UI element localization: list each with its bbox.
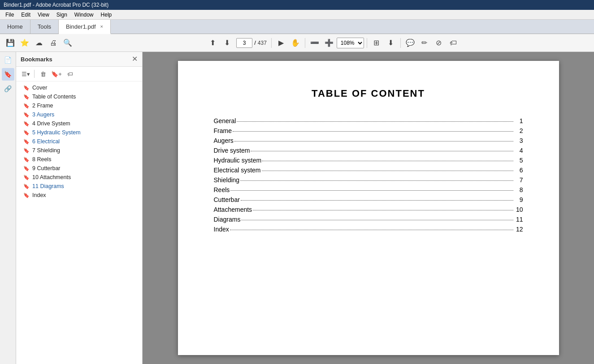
zoom-select[interactable]: 108% 100% 75% 50% 150% 200% — [337, 38, 364, 48]
side-icons-panel: 📄 🔖 🔗 — [0, 52, 16, 364]
bookmarks-options-button[interactable]: ☰▾ — [20, 69, 31, 79]
toc-page-number: 11 — [514, 216, 523, 223]
bookmark-item-index[interactable]: 🔖 Index — [16, 191, 142, 200]
bookmark-icon-shielding: 🔖 — [23, 148, 30, 154]
bookmarks-panel: Bookmarks ✕ ☰▾ 🗑 🔖+ 🏷 🔖 Cover 🔖 Table of… — [16, 52, 143, 364]
prev-page-button[interactable]: ⬆ — [206, 37, 219, 49]
save-button[interactable]: 💾 — [4, 37, 17, 49]
zoom-out-button[interactable]: ➖ — [308, 37, 321, 49]
comment-button[interactable]: 💬 — [403, 37, 417, 49]
bookmark-item-electrical[interactable]: 🔖 6 Electrical — [16, 137, 142, 146]
bookmark-item-hydraulic[interactable]: 🔖 5 Hydraulic System — [16, 128, 142, 137]
toc-dots — [230, 190, 513, 191]
redact-button[interactable]: ⊘ — [432, 37, 446, 49]
search-button[interactable]: 🔍 — [61, 37, 74, 49]
toc-row: Electrical system6 — [214, 167, 523, 174]
toc-dots — [230, 230, 513, 230]
bookmarks-title: Bookmarks — [21, 56, 52, 63]
menu-file[interactable]: File — [2, 11, 17, 19]
bookmark-item-reels[interactable]: 🔖 8 Reels — [16, 155, 142, 164]
menu-edit[interactable]: Edit — [17, 11, 34, 19]
hand-tool[interactable]: ✋ — [289, 37, 302, 49]
bookmarks-list: 🔖 Cover 🔖 Table of Contents 🔖 2 Frame 🔖 … — [16, 81, 142, 364]
bookmark-icon-frame: 🔖 — [23, 103, 30, 109]
bookmark-icon-drive: 🔖 — [23, 121, 30, 127]
toc-dots — [253, 210, 513, 210]
bookmark-icon-cover: 🔖 — [23, 85, 30, 91]
bookmark-item-cutterbar[interactable]: 🔖 9 Cutterbar — [16, 164, 142, 173]
toc-row: Index12 — [214, 226, 523, 233]
toc-row: Cutterbar9 — [214, 196, 523, 203]
toc-page-number: 12 — [514, 226, 523, 233]
pdf-area[interactable]: TABLE OF CONTENT General1Frame2Augers3Dr… — [143, 52, 594, 364]
bookmark-icon-toc: 🔖 — [23, 94, 30, 100]
bookmark-icon-augers: 🔖 — [23, 112, 30, 118]
pdf-title: TABLE OF CONTENT — [214, 88, 523, 99]
highlight-button[interactable]: ✏ — [418, 37, 431, 49]
menu-window[interactable]: Window — [71, 11, 97, 19]
tab-tools[interactable]: Tools — [30, 20, 59, 34]
bookmark-label-frame: 2 Frame — [32, 103, 53, 109]
side-icon-links[interactable]: 🔗 — [2, 82, 14, 95]
toc-label: Reels — [214, 186, 230, 193]
bookmark-icon-attachments: 🔖 — [23, 175, 30, 180]
bookmarks-header: Bookmarks ✕ — [16, 52, 142, 67]
title-text: Binder1.pdf - Adobe Acrobat Pro DC (32-b… — [4, 2, 108, 8]
toc-label: Augers — [214, 137, 234, 144]
toc-row: Augers3 — [214, 137, 523, 144]
menu-sign[interactable]: Sign — [53, 11, 71, 19]
page-navigation: / 437 — [236, 38, 267, 48]
bookmarks-delete-button[interactable]: 🗑 — [37, 69, 49, 79]
download-button[interactable]: ⬇ — [384, 37, 398, 49]
bookmarks-close-button[interactable]: ✕ — [132, 56, 138, 63]
page-number-input[interactable] — [236, 38, 252, 48]
bookmark-label-reels: 8 Reels — [32, 156, 51, 163]
bookmark-item-cover[interactable]: 🔖 Cover — [16, 83, 142, 92]
side-icon-bookmarks[interactable]: 🔖 — [2, 68, 14, 81]
bookmark-label-drive: 4 Drive System — [32, 120, 70, 127]
side-icon-page[interactable]: 📄 — [2, 54, 14, 66]
bookmarks-new-button[interactable]: 🔖+ — [51, 69, 62, 79]
bookmark-item-frame[interactable]: 🔖 2 Frame — [16, 101, 142, 110]
toc-dots — [233, 131, 513, 132]
toc-page-number: 4 — [514, 147, 523, 154]
bookmark-button[interactable]: ⭐ — [18, 37, 31, 49]
bookmark-item-augers[interactable]: 🔖 3 Augers — [16, 110, 142, 119]
toc-dots — [240, 180, 513, 181]
toc-dots — [251, 151, 513, 151]
stamp-button[interactable]: 🏷 — [447, 37, 460, 49]
bookmarks-tag-button[interactable]: 🏷 — [64, 69, 76, 79]
next-page-button[interactable]: ⬇ — [220, 37, 234, 49]
tab-home-label: Home — [7, 23, 23, 30]
bookmark-item-toc[interactable]: 🔖 Table of Contents — [16, 92, 142, 101]
tab-home[interactable]: Home — [0, 20, 30, 34]
bookmark-item-drive[interactable]: 🔖 4 Drive System — [16, 119, 142, 128]
bookmark-item-attachments[interactable]: 🔖 10 Attachments — [16, 173, 142, 182]
zoom-in-button[interactable]: ➕ — [322, 37, 336, 49]
toc-page-number: 6 — [514, 167, 523, 174]
toc-label: Diagrams — [214, 216, 241, 223]
toc-page-number: 9 — [514, 196, 523, 203]
upload-button[interactable]: ☁ — [32, 37, 46, 49]
bookmark-label-electrical: 6 Electrical — [32, 138, 60, 145]
bookmark-item-shielding[interactable]: 🔖 7 Shielding — [16, 146, 142, 155]
print-button[interactable]: 🖨 — [47, 37, 60, 49]
bookmark-label-diagrams: 11 Diagrams — [32, 183, 64, 189]
toc-page-number: 2 — [514, 127, 523, 134]
bookmark-label-hydraulic: 5 Hydraulic System — [32, 129, 81, 136]
view-pages-button[interactable]: ⊞ — [370, 37, 383, 49]
toc-row: General1 — [214, 117, 523, 124]
bookmark-item-diagrams[interactable]: 🔖 11 Diagrams — [16, 182, 142, 191]
bookmark-icon-cutterbar: 🔖 — [23, 166, 30, 171]
tab-binder1[interactable]: Binder1.pdf × — [59, 20, 111, 34]
cursor-tool[interactable]: ▶ — [274, 37, 288, 49]
bookmark-label-toc: Table of Contents — [32, 94, 76, 100]
bookmark-icon-electrical: 🔖 — [23, 139, 30, 145]
menu-help[interactable]: Help — [97, 11, 116, 19]
menu-view[interactable]: View — [34, 11, 53, 19]
toc-row: Shielding7 — [214, 176, 523, 184]
title-bar: Binder1.pdf - Adobe Acrobat Pro DC (32-b… — [0, 0, 594, 10]
toc-page-number: 1 — [514, 117, 523, 124]
tab-close-icon[interactable]: × — [100, 24, 103, 29]
toc-row: Attachements10 — [214, 206, 523, 213]
